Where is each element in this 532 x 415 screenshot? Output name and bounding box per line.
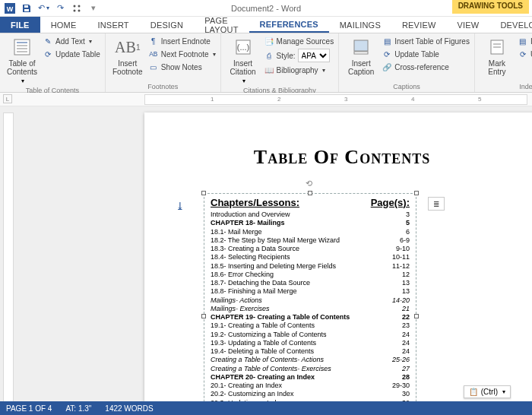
show-notes-button[interactable]: ▭Show Notes [148,61,216,73]
tab-mailings[interactable]: MAILINGS [329,17,391,33]
toc-row: CHAPTER 18- Mailings5 [211,219,410,227]
mark-entry-button[interactable]: Mark Entry [480,35,515,78]
cross-ref-icon: 🔗 [382,62,392,72]
toc-row: 19.4- Deleting a Table of Contents24 [211,347,410,356]
tab-design[interactable]: DESIGN [140,17,194,33]
update-index-button[interactable]: ⟳Update Index [518,48,532,60]
group-captions: Insert Caption ▤Insert Table of Figures … [339,33,475,92]
tab-references[interactable]: REFERENCES [249,17,329,33]
insert-table-figures-button[interactable]: ▤Insert Table of Figures [382,35,470,47]
manage-sources-button[interactable]: 📑Manage Sources [264,35,334,47]
toc-row: CHAPTER 19- Creating a Table of Contents… [211,313,410,322]
bibliography-icon: 📖 [264,65,274,75]
bibliography-button[interactable]: 📖Bibliography▾ [264,64,334,76]
add-text-icon: ✎ [43,36,53,46]
ribbon-tabs: FILE HOME INSERT DESIGN PAGE LAYOUT REFE… [0,17,532,33]
toc-row: Mailings- Actions14-20 [211,296,410,305]
document-page[interactable]: Table Of Contents ⟲ ⤓ ≣ Chapters/Lessons… [144,112,532,401]
update-table-button[interactable]: ⟳Update Table [43,48,100,60]
table-of-contents-button[interactable]: Table of Contents▾ [5,35,40,86]
tab-file[interactable]: FILE [0,17,40,33]
insert-footnote-button[interactable]: AB1 Insert Footnote [110,35,145,78]
toc-row: 19.1- Creating a Table of Contents23 [211,322,410,330]
toc-row: 19.3- Updating a Table of Contents24 [211,339,410,347]
document-workspace[interactable]: Table Of Contents ⟲ ⤓ ≣ Chapters/Lessons… [0,106,532,401]
tab-review[interactable]: REVIEW [391,17,447,33]
group-index: Mark Entry ▤Insert Index ⟳Update Index I… [475,33,532,92]
update-icon: ⟳ [43,49,53,59]
customize-icon[interactable] [71,3,82,14]
status-words[interactable]: 1422 WORDS [105,404,153,413]
resize-handle[interactable] [201,314,206,318]
ruler-area: L 1 2 3 4 5 [0,93,532,106]
show-notes-icon: ▭ [148,62,159,72]
citation-icon: (...) [233,36,254,58]
horizontal-ruler[interactable]: 1 2 3 4 5 [144,94,527,105]
svg-text:W: W [7,5,14,13]
update-icon: ⟳ [518,49,528,59]
status-bar: PAGE 1 OF 4 AT: 1.3" 1422 WORDS [0,401,532,415]
resize-handle[interactable] [414,191,419,195]
tab-page-layout[interactable]: PAGE LAYOUT [194,17,249,33]
redo-icon[interactable]: ↷ [55,3,65,14]
style-dropdown[interactable]: APA [298,49,330,62]
update-caption-table-button[interactable]: ⟳Update Table [382,48,470,60]
status-page[interactable]: PAGE 1 OF 4 [6,404,52,413]
resize-handle[interactable] [201,191,206,195]
rotate-handle-icon[interactable]: ⟲ [306,179,315,188]
update-icon: ⟳ [382,49,392,59]
figures-icon: ▤ [382,36,392,46]
vertical-ruler[interactable] [3,112,14,401]
toc-row: 20.2- Customizing an Index30 [211,390,410,398]
insert-caption-button[interactable]: Insert Caption [344,35,378,78]
footnote-icon: AB1 [117,36,138,58]
group-footnotes: AB1 Insert Footnote ¶Insert Endnote ABNe… [106,33,221,92]
citation-style-select[interactable]: ⎙Style: APA [264,48,334,63]
tab-view[interactable]: VIEW [447,17,490,33]
text-box-selected[interactable]: ⟲ ⤓ ≣ Chapters/Lessons: Page(s): Introdu… [204,193,416,401]
next-footnote-button[interactable]: ABNext Footnote▾ [148,48,216,60]
toc-rows: Introduction and Overview3CHAPTER 18- Ma… [211,211,410,401]
status-position[interactable]: AT: 1.3" [65,404,91,413]
insert-citation-button[interactable]: (...) Insert Citation▾ [226,35,261,86]
word-icon: W [5,3,15,14]
add-text-button[interactable]: ✎Add Text▾ [43,35,100,47]
svg-rect-2 [24,5,28,8]
toc-row: Introduction and Overview3 [211,211,410,219]
svg-point-5 [78,5,81,7]
toc-row: Mailings- Exercises21 [211,305,410,313]
tab-insert[interactable]: INSERT [87,17,139,33]
resize-handle[interactable] [308,191,312,195]
endnote-icon: ¶ [148,36,159,46]
svg-rect-16 [354,52,368,54]
toc-row: 18.4- Selecting Recipients10-11 [211,253,410,261]
page-heading: Table Of Contents [144,146,532,169]
contextual-tab-header: DRAWING TOOLS [452,0,529,14]
toc-row: 18.5- Inserting and Deleting Merge Field… [211,262,410,271]
qat-dropdown-icon[interactable]: ▾ [88,3,99,14]
toc-row: Creating a Table of Contents- Exercises2… [211,365,410,373]
undo-icon[interactable]: ↶▾ [38,3,49,14]
toc-head-left: Chapters/Lessons: [211,197,299,208]
save-icon[interactable] [21,3,32,14]
toc-header-row: Chapters/Lessons: Page(s): [211,197,410,208]
insert-index-button[interactable]: ▤Insert Index [518,35,532,47]
cross-reference-button[interactable]: 🔗Cross-reference [382,61,470,73]
tab-home[interactable]: HOME [40,17,87,33]
toc-row: 20.1- Creating an Index29-30 [211,382,410,390]
paste-options-button[interactable]: 📋 (Ctrl)▾ [464,385,511,398]
layout-options-button[interactable]: ≣ [428,197,445,211]
insert-endnote-button[interactable]: ¶Insert Endnote [148,35,216,47]
toc-row: 18.2- The Step by Step Mail Merge Wizard… [211,236,410,245]
toc-row: 18.1- Mail Merge6 [211,228,410,236]
style-icon: ⎙ [264,50,274,61]
group-citations: (...) Insert Citation▾ 📑Manage Sources ⎙… [221,33,340,92]
ruler-corner[interactable]: L [3,94,12,103]
toc-icon [11,36,33,58]
svg-rect-15 [354,40,368,51]
anchor-icon[interactable]: ⤓ [176,200,185,212]
toc-row: 19.2- Customizing a Table of Contents24 [211,331,410,339]
ribbon: Table of Contents▾ ✎Add Text▾ ⟳Update Ta… [0,33,532,93]
tab-developer[interactable]: DEVELOPER [489,17,532,33]
resize-handle[interactable] [414,314,419,318]
